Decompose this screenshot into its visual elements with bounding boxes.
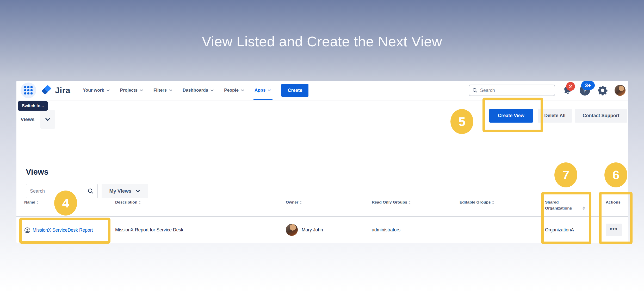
jira-logo-text: Jira [55,86,70,95]
jira-app-window: Jira Your work Projects Filters Dashboar… [16,81,628,243]
nav-item-label: Dashboards [183,88,208,93]
chevron-down-icon [240,88,245,92]
owner-avatar [286,224,298,236]
table-header-row: Name Description Owner Read Only Groups … [16,199,628,211]
name-cell: MissionX ServiceDesk Report [24,226,115,233]
column-header-read-only-groups[interactable]: Read Only Groups [372,199,460,211]
step-badge-6: 6 [604,162,627,187]
person-icon [24,227,30,233]
sort-icon [36,201,39,204]
nav-item-label: Filters [153,88,167,93]
app-switcher-button[interactable] [21,83,36,98]
settings-button[interactable] [597,84,608,97]
table-row[interactable]: MissionX ServiceDesk Report MissionX Rep… [16,217,628,243]
nav-item-dashboards[interactable]: Dashboards [179,81,218,100]
view-switcher-label: Views [21,117,35,122]
nav-item-filters[interactable]: Filters [150,81,176,100]
primary-navigation: Your work Projects Filters Dashboards Pe… [79,81,275,100]
my-views-dropdown[interactable]: My Views [102,184,148,198]
step-badge-4: 4 [54,191,77,216]
jira-logo[interactable]: Jira [40,84,70,96]
search-input[interactable] [480,88,552,93]
notification-count-badge: 2 [566,82,575,91]
column-header-label: Read Only Groups [372,199,407,205]
column-header-label: Name [24,199,35,205]
shared-organizations-cell: OrganizationA [545,227,606,233]
switch-to-tooltip: Switch to... [18,101,48,111]
page-title: View Listed and Create the Next View [0,33,644,49]
sort-icon [583,206,585,210]
step-badge-7: 7 [554,162,577,187]
column-header-description[interactable]: Description [115,199,286,211]
actions-cell: ••• [606,224,628,236]
chevron-down-icon [139,88,144,92]
view-switcher: Views [21,110,55,129]
nav-item-label: Projects [120,88,138,93]
my-views-label: My Views [109,188,131,194]
column-header-owner[interactable]: Owner [286,199,372,211]
column-header-label: Editable Groups [460,199,491,205]
help-count-badge: 3+ [581,81,595,90]
read-only-groups-cell: administrators [372,227,460,233]
notifications-button[interactable]: 2 [561,84,573,97]
column-header-actions: Actions [606,199,628,211]
create-button[interactable]: Create [281,84,308,97]
active-tab-indicator [253,99,273,100]
ellipsis-icon: ••• [610,226,618,232]
column-header-label: Owner [286,199,298,205]
chevron-down-icon [45,117,51,122]
view-switcher-dropdown-button[interactable] [40,110,55,129]
nav-item-label: Your work [83,88,104,93]
chevron-down-icon [169,88,173,92]
owner-name: Mary John [302,227,323,233]
sort-icon [299,201,302,204]
chevron-down-icon [135,188,140,194]
nav-item-label: People [224,88,239,93]
search-icon [88,188,94,194]
sort-icon [492,201,494,204]
view-name-link[interactable]: MissionX ServiceDesk Report [33,227,93,233]
column-header-label: Shared Organizations [545,199,581,211]
delete-all-button[interactable]: Delete All [538,109,572,123]
nav-item-your-work[interactable]: Your work [79,81,114,100]
description-cell: MissionX Report for Service Desk [115,227,286,233]
chevron-down-icon [106,88,110,92]
sort-icon [138,201,141,204]
column-header-shared-organizations[interactable]: Shared Organizations [545,199,606,211]
global-search[interactable] [469,85,555,96]
sort-icon [408,201,411,204]
navbar-right: 2 ? 3+ [469,84,626,97]
search-icon [472,87,478,93]
grid-icon [24,86,33,94]
views-heading: Views [26,167,48,177]
create-view-button[interactable]: Create View [489,109,533,123]
row-actions-menu-button[interactable]: ••• [606,224,622,236]
jira-logo-icon [40,84,52,96]
step-badge-5: 5 [450,109,473,134]
column-header-label: Actions [606,199,621,205]
chevron-down-icon [267,88,271,92]
chevron-down-icon [210,88,214,92]
user-avatar[interactable] [615,85,626,96]
contact-support-button[interactable]: Contact Support [575,109,627,123]
gear-icon [597,85,608,96]
nav-item-apps[interactable]: Apps [251,81,275,100]
top-navbar: Jira Your work Projects Filters Dashboar… [16,81,628,100]
owner-cell: Mary John [286,224,372,236]
column-header-label: Description [115,199,137,205]
help-button[interactable]: ? 3+ [579,84,591,97]
nav-item-projects[interactable]: Projects [116,81,147,100]
nav-item-label: Apps [255,88,266,93]
nav-item-people[interactable]: People [220,81,248,100]
column-header-editable-groups[interactable]: Editable Groups [460,199,545,211]
